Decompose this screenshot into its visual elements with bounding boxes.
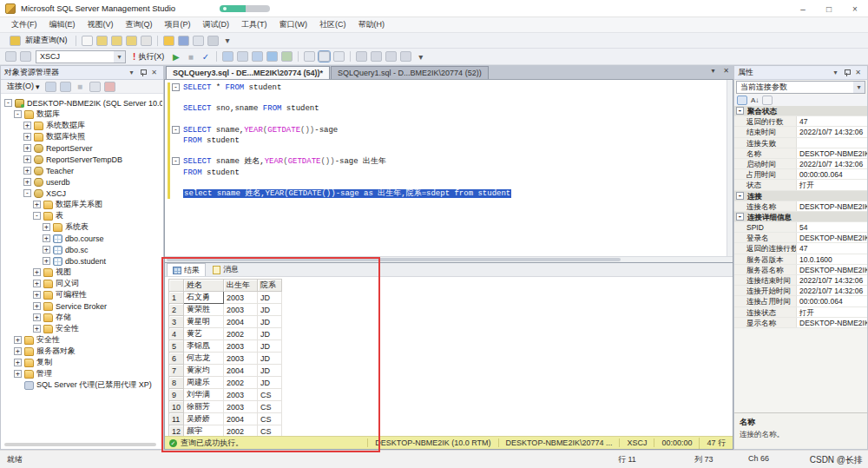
window-position-icon[interactable]: ▾ xyxy=(126,67,137,78)
grid-cell[interactable]: 刘华满 xyxy=(184,389,224,401)
estimated-plan-icon[interactable] xyxy=(222,51,233,62)
expand-icon[interactable]: + xyxy=(33,325,41,333)
code-line-4[interactable] xyxy=(183,115,724,125)
comment-icon[interactable] xyxy=(356,51,367,62)
table-row[interactable]: 3黄星明2004JD xyxy=(169,316,282,328)
code-line-10[interactable] xyxy=(183,178,724,188)
tree-item-9[interactable]: +数据库关系图 xyxy=(1,199,162,210)
menu-item-8[interactable]: 社区(C) xyxy=(313,19,352,30)
grid-cell[interactable]: JD xyxy=(258,377,282,389)
grid-cell[interactable]: 2003 xyxy=(224,292,258,304)
expand-icon[interactable]: + xyxy=(43,223,50,231)
grid-cell[interactable]: 2002 xyxy=(224,328,258,340)
parse-icon[interactable]: ✓ xyxy=(199,52,212,62)
open-file-icon[interactable] xyxy=(163,36,174,46)
code-line-2[interactable] xyxy=(183,93,724,103)
close-button[interactable]: × xyxy=(842,0,868,17)
expand-icon[interactable]: + xyxy=(33,201,41,208)
collapse-icon[interactable]: - xyxy=(23,189,31,197)
grid-cell[interactable]: 颜宇 xyxy=(184,425,224,437)
grid-cell[interactable]: 徐丽芳 xyxy=(184,401,224,413)
code-line-5[interactable]: SELECT sname,YEAR(GETDATE())-sage xyxy=(183,125,724,135)
grid-cell[interactable]: 黄荣胜 xyxy=(184,304,224,316)
property-row-13[interactable]: 返回的连接行数47 xyxy=(734,243,867,254)
expand-icon[interactable]: + xyxy=(43,246,50,254)
close-icon[interactable]: ✕ xyxy=(148,67,160,78)
expand-icon[interactable]: + xyxy=(14,370,22,378)
tree-item-8[interactable]: -XSCJ xyxy=(1,188,162,199)
menu-item-2[interactable]: 视图(V) xyxy=(82,19,120,30)
tree-item-13[interactable]: +dbo.sc xyxy=(1,244,162,255)
property-row-15[interactable]: 服务器名称DESKTOP-NBME2IK xyxy=(734,265,867,275)
tree-item-10[interactable]: -表 xyxy=(1,210,162,221)
column-header-2[interactable]: 院系 xyxy=(258,280,282,292)
property-row-4[interactable]: 名称DESKTOP-NBME2IK xyxy=(734,148,867,159)
grid-cell[interactable]: CS xyxy=(258,413,282,425)
property-row-6[interactable]: 占用时间00:00:00.064 xyxy=(734,169,867,180)
expand-icon[interactable]: + xyxy=(23,178,31,186)
menu-item-1[interactable]: 编辑(E) xyxy=(43,19,82,30)
uncomment-icon[interactable] xyxy=(371,51,382,62)
grid-cell[interactable]: 黄家均 xyxy=(184,365,224,377)
grid-cell[interactable]: 吴娇娇 xyxy=(184,413,224,425)
expand-icon[interactable]: + xyxy=(33,268,41,276)
connect-object-icon[interactable] xyxy=(45,82,56,92)
expand-icon[interactable]: + xyxy=(43,234,50,242)
toolbar-overflow-icon[interactable]: ▾ xyxy=(414,52,427,62)
grid-cell[interactable]: 2003 xyxy=(224,340,258,353)
categorized-icon[interactable] xyxy=(737,96,747,105)
table-row[interactable]: 1石文勇2003JD xyxy=(169,292,282,304)
indent-icon[interactable] xyxy=(385,51,397,62)
minimize-button[interactable]: – xyxy=(790,0,816,17)
tree-item-3[interactable]: +数据库快照 xyxy=(1,131,162,142)
property-row-5[interactable]: 启动时间2022/10/7 14:32:06 xyxy=(734,159,867,169)
query-options-icon[interactable] xyxy=(237,51,248,62)
property-row-20[interactable]: 显示名称DESKTOP-NBME2IK xyxy=(734,318,867,328)
results-to-grid-icon[interactable] xyxy=(319,51,330,62)
grid-cell[interactable]: JD xyxy=(258,340,282,353)
tree-item-23[interactable]: +复制 xyxy=(1,357,162,368)
grid-cell[interactable]: 2004 xyxy=(224,316,258,328)
fold-collapse-icon[interactable]: - xyxy=(172,83,180,91)
grid-cell[interactable]: JD xyxy=(258,365,282,377)
tree-item-11[interactable]: +系统表 xyxy=(1,221,162,233)
table-row[interactable]: 7黄家均2004JD xyxy=(169,365,282,377)
toolbar-overflow-icon[interactable]: ▾ xyxy=(221,36,234,45)
tree-item-1[interactable]: -数据库 xyxy=(1,109,162,120)
table-row[interactable]: 9刘华满2003CS xyxy=(169,389,282,401)
results-tab-0[interactable]: 结果 xyxy=(167,263,206,276)
collapse-icon[interactable]: - xyxy=(14,110,22,118)
expand-icon[interactable]: + xyxy=(23,133,31,141)
grid-cell[interactable]: 周建乐 xyxy=(184,377,224,389)
xmla-query-icon[interactable] xyxy=(126,36,137,46)
properties-object-combo[interactable]: 当前连接参数 ▾ xyxy=(736,81,865,94)
expand-icon[interactable]: + xyxy=(33,291,41,299)
grid-cell[interactable]: JD xyxy=(258,328,282,340)
grid-cell[interactable]: 2003 xyxy=(224,353,258,365)
grid-cell[interactable]: 李锦凰 xyxy=(184,340,224,353)
tree-item-15[interactable]: +视图 xyxy=(1,267,162,278)
database-combo[interactable]: XSCJ▾ xyxy=(36,50,126,63)
grid-cell[interactable]: 石文勇 xyxy=(184,292,224,304)
results-to-file-icon[interactable] xyxy=(333,51,345,62)
expand-icon[interactable]: + xyxy=(14,336,22,344)
expand-icon[interactable]: + xyxy=(23,144,31,152)
database-engine-query-icon[interactable] xyxy=(96,36,108,46)
object-explorer-hscrollbar[interactable] xyxy=(4,443,156,446)
property-row-11[interactable]: SPID54 xyxy=(734,222,867,233)
debug-run-icon[interactable]: ▶ xyxy=(169,52,182,62)
grid-cell[interactable]: CS xyxy=(258,401,282,413)
column-header-1[interactable]: 出生年 xyxy=(224,280,258,292)
menu-item-0[interactable]: 文件(F) xyxy=(5,19,43,30)
inactive-query-icon[interactable] xyxy=(141,36,152,46)
code-line-6[interactable]: FROM student xyxy=(183,135,724,146)
menu-item-3[interactable]: 查询(Q) xyxy=(120,19,159,30)
grid-cell[interactable]: 2004 xyxy=(224,413,258,425)
tree-item-25[interactable]: SQL Server 代理(已禁用代理 XP) xyxy=(1,379,162,391)
property-category-8[interactable]: -连接 xyxy=(734,191,867,201)
collapse-icon[interactable]: - xyxy=(736,213,744,221)
results-to-text-icon[interactable] xyxy=(304,51,315,62)
tree-item-18[interactable]: +Service Broker xyxy=(1,300,162,312)
property-row-14[interactable]: 服务器版本10.0.1600 xyxy=(734,254,867,265)
property-row-2[interactable]: 结束时间2022/10/7 14:32:06 xyxy=(734,127,867,137)
